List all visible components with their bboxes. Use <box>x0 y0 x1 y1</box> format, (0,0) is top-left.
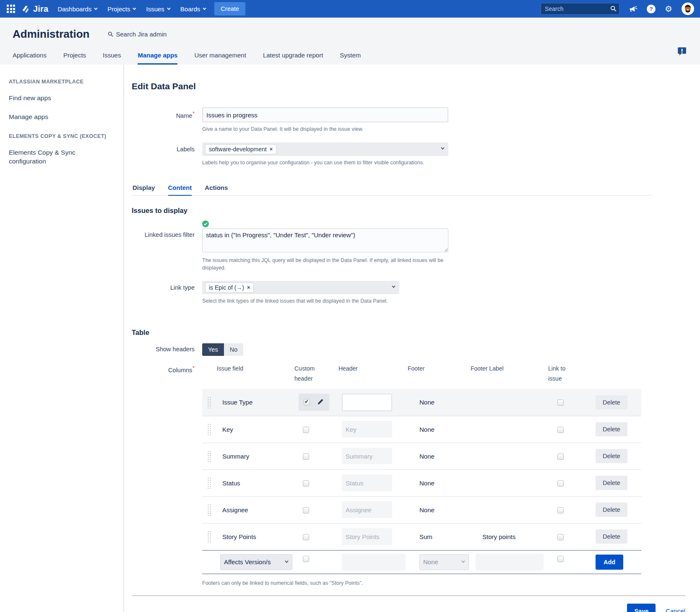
custom-header-checkbox[interactable] <box>303 427 309 433</box>
footer-note: Footers can only be linked to numerical … <box>202 580 687 586</box>
chevron-down-icon <box>203 6 206 10</box>
admin-search-label: Search Jira admin <box>116 31 167 38</box>
tab-user-management[interactable]: User management <box>194 52 246 65</box>
custom-header-checkbox[interactable] <box>303 454 309 460</box>
tab-projects[interactable]: Projects <box>63 52 86 65</box>
table-row: Status None Delete <box>202 469 641 496</box>
sidebar-item-find-new-apps[interactable]: Find new apps <box>9 94 115 103</box>
issue-field-select[interactable]: Affects Version/s <box>220 554 292 570</box>
footer-select-value: None <box>423 558 438 565</box>
save-button[interactable]: Save <box>627 604 656 612</box>
delete-button[interactable]: Delete <box>596 395 627 410</box>
feedback-icon[interactable] <box>677 47 687 58</box>
jira-logo[interactable]: Jira <box>21 4 48 14</box>
help-icon[interactable]: ? <box>647 5 656 13</box>
search-icon <box>108 31 113 37</box>
labels-select[interactable]: software-development× <box>202 143 448 156</box>
announcements-icon[interactable] <box>629 5 638 13</box>
drag-handle[interactable] <box>207 397 212 408</box>
columns-label-text: Columns <box>168 366 192 373</box>
col-header: Header <box>338 363 408 374</box>
nav-projects[interactable]: Projects <box>107 5 135 13</box>
remove-tag-icon[interactable]: × <box>270 146 273 152</box>
custom-header-checkbox[interactable] <box>303 534 309 540</box>
create-button[interactable]: Create <box>214 2 245 16</box>
tab-manage-apps[interactable]: Manage apps <box>138 52 177 65</box>
col-custom-header: Custom header <box>294 363 320 384</box>
navbar-search-input[interactable] <box>541 3 619 15</box>
table-row: Summary None Delete <box>202 443 641 469</box>
show-headers-yes-button[interactable]: Yes <box>202 343 224 356</box>
header-input[interactable] <box>342 554 406 571</box>
tab-actions[interactable]: Actions <box>205 184 228 196</box>
cancel-link[interactable]: Cancel <box>666 607 685 612</box>
tab-content[interactable]: Content <box>168 184 192 196</box>
custom-header-checkbox[interactable] <box>303 507 309 513</box>
custom-header-checkbox[interactable] <box>303 556 309 562</box>
name-help-text: Give a name to your Data Panel. It will … <box>202 126 448 133</box>
delete-button[interactable]: Delete <box>596 476 627 490</box>
add-column-row: Affects Version/s None <box>202 550 641 574</box>
header-input[interactable] <box>342 421 392 438</box>
drag-handle[interactable] <box>207 423 212 435</box>
col-footer-label: Footer Label <box>471 363 548 374</box>
search-icon[interactable] <box>610 5 617 12</box>
admin-search[interactable]: Search Jira admin <box>108 31 167 38</box>
delete-button[interactable]: Delete <box>596 529 627 544</box>
link-to-issue-checkbox[interactable] <box>557 507 564 513</box>
linked-issues-filter-textarea[interactable]: status in ("In Progress", "Under Test", … <box>202 228 448 252</box>
name-label-text: Name <box>176 112 193 119</box>
sidebar-item-manage-apps[interactable]: Manage apps <box>9 113 115 122</box>
footer-label-input[interactable] <box>476 554 544 571</box>
linked-issues-filter-label: Linked issues filter <box>132 220 195 278</box>
avatar[interactable] <box>682 3 694 15</box>
link-to-issue-checkbox[interactable] <box>557 556 564 562</box>
drag-handle[interactable] <box>207 531 212 542</box>
table-row: Story Points Sum Story points Delete <box>202 523 641 550</box>
link-to-issue-checkbox[interactable] <box>557 534 564 540</box>
nav-issues[interactable]: Issues <box>146 5 169 13</box>
header-input[interactable] <box>342 501 392 518</box>
link-to-issue-checkbox[interactable] <box>557 454 564 460</box>
chevron-down-icon <box>285 559 288 563</box>
delete-button[interactable]: Delete <box>596 503 627 517</box>
header-input[interactable] <box>342 394 392 411</box>
tab-display[interactable]: Display <box>133 184 155 196</box>
footer-value: Sum <box>408 533 471 540</box>
nav-boards[interactable]: Boards <box>180 5 206 13</box>
header-input[interactable] <box>342 475 392 491</box>
custom-header-checkbox[interactable] <box>303 480 309 487</box>
help-question-glyph: ? <box>650 6 653 12</box>
table-heading: Table <box>132 329 687 337</box>
drag-handle[interactable] <box>207 477 212 489</box>
name-input[interactable] <box>202 107 448 122</box>
footer-select[interactable]: None <box>419 554 469 570</box>
tab-applications[interactable]: Applications <box>13 52 47 65</box>
link-type-select[interactable]: is Epic of (→)× <box>202 281 399 294</box>
nav-dashboards[interactable]: Dashboards <box>57 5 96 13</box>
columns-table-header: Issue field Custom header Header Footer … <box>202 363 641 389</box>
app-switcher-icon[interactable] <box>7 5 15 13</box>
show-headers-no-button[interactable]: No <box>224 343 244 356</box>
header-input[interactable] <box>342 528 392 545</box>
drag-handle[interactable] <box>207 450 212 462</box>
link-to-issue-checkbox[interactable] <box>557 427 564 433</box>
add-button[interactable]: Add <box>596 555 623 570</box>
tab-latest-upgrade-report[interactable]: Latest upgrade report <box>263 52 323 65</box>
top-navbar: Jira Dashboards Projects Issues Boards C… <box>0 0 700 18</box>
issue-field-name: Story Points <box>217 533 294 540</box>
gear-icon[interactable]: ⚙ <box>665 5 672 13</box>
link-to-issue-checkbox[interactable] <box>557 480 564 487</box>
drag-handle[interactable] <box>207 504 212 516</box>
link-to-issue-checkbox[interactable] <box>557 399 564 406</box>
sidebar-item-elements-configuration[interactable]: Elements Copy & Sync configuration <box>9 148 93 166</box>
remove-tag-icon[interactable]: × <box>247 285 250 290</box>
header-input[interactable] <box>342 448 392 464</box>
delete-button[interactable]: Delete <box>596 449 627 463</box>
tab-system[interactable]: System <box>340 52 361 65</box>
footer-value: None <box>408 506 471 513</box>
tab-issues[interactable]: Issues <box>103 52 121 65</box>
delete-button[interactable]: Delete <box>596 422 627 436</box>
custom-header-checkbox[interactable] <box>304 399 310 405</box>
pencil-icon[interactable] <box>317 398 324 407</box>
